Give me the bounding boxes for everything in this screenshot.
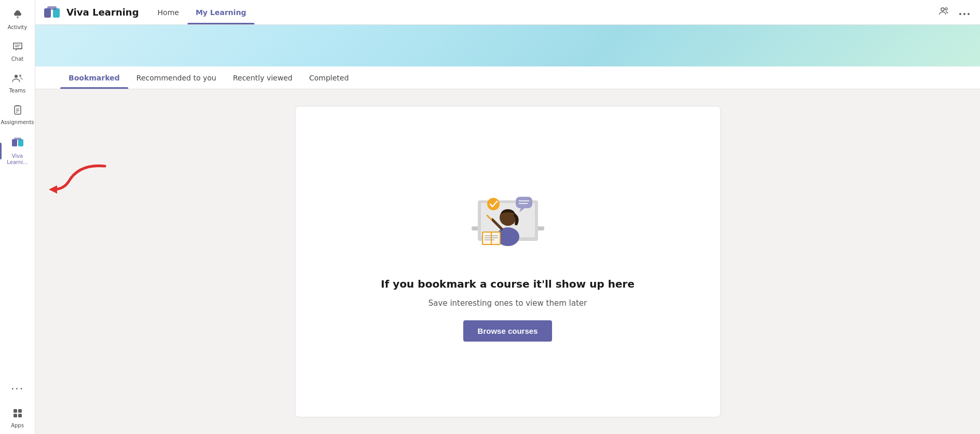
sidebar-more-button[interactable]: ··· [0,375,35,402]
app-title: Viva Learning [66,7,139,18]
sidebar-item-teams-label: Teams [9,88,26,94]
subtab-bookmarked[interactable]: Bookmarked [60,66,128,89]
subtab-recommended[interactable]: Recommended to you [128,66,225,89]
svg-rect-39 [516,197,532,208]
main-area: Viva Learning Home My Learning [35,0,980,434]
bookmark-empty-subtitle: Save interesting ones to view them later [428,299,587,308]
svg-rect-12 [14,138,21,140]
svg-rect-14 [18,409,22,413]
sidebar-item-teams[interactable]: Teams [0,67,35,99]
sidebar-item-apps-label: Apps [11,423,24,429]
svg-rect-16 [18,414,22,417]
activity-icon [12,9,23,22]
subtab-recently-viewed[interactable]: Recently viewed [224,66,301,89]
svg-rect-13 [14,409,17,413]
bookmark-empty-title: If you bookmark a course it'll show up h… [381,278,635,290]
svg-point-24 [968,13,970,15]
svg-rect-1 [17,18,18,19]
svg-rect-11 [18,139,23,146]
svg-rect-10 [12,139,17,146]
teams-icon [11,73,24,86]
banner [35,25,980,66]
apps-icon [12,408,23,421]
content-area: Bookmarked Recommended to you Recently v… [35,25,980,434]
sidebar: Activity Chat Teams [0,0,35,434]
content-body: If you bookmark a course it'll show up h… [35,89,980,434]
sidebar-item-viva-learning[interactable]: Viva Learni... [0,131,35,171]
more-button[interactable] [957,5,972,20]
svg-point-4 [15,75,18,78]
svg-point-20 [941,8,944,11]
more-dots-icon: ··· [11,383,24,395]
browse-courses-button[interactable]: Browse courses [463,320,553,342]
sidebar-item-chat-label: Chat [11,56,23,62]
subtab-completed[interactable]: Completed [301,66,357,89]
sidebar-item-assignments-label: Assignments [1,119,34,126]
empty-state-illustration [456,182,560,265]
viva-learning-icon [11,136,24,151]
sidebar-item-chat[interactable]: Chat [0,36,35,67]
top-bar-actions [936,4,972,21]
sidebar-item-apps[interactable]: Apps [0,402,35,434]
sidebar-item-activity-label: Activity [8,24,27,31]
sub-tabs-bar: Bookmarked Recommended to you Recently v… [35,66,980,89]
top-bar: Viva Learning Home My Learning [35,0,980,25]
top-nav: Home My Learning [149,0,254,24]
svg-point-38 [487,198,500,210]
sidebar-item-viva-learning-label: Viva Learni... [2,153,33,166]
svg-point-22 [959,13,961,15]
svg-rect-19 [47,6,57,10]
sidebar-item-assignments[interactable]: Assignments [0,99,35,131]
svg-point-21 [945,8,947,10]
svg-rect-15 [14,414,17,417]
nav-tab-home[interactable]: Home [149,0,187,24]
svg-point-23 [963,13,965,15]
svg-rect-0 [17,17,19,18]
svg-point-5 [19,75,21,77]
people-button[interactable] [936,4,951,21]
app-logo-icon [44,4,60,21]
nav-tab-my-learning[interactable]: My Learning [187,0,254,24]
svg-rect-6 [15,106,21,114]
assignments-icon [12,104,23,117]
bookmark-empty-state-card: If you bookmark a course it'll show up h… [295,106,721,417]
chat-icon [12,41,23,54]
sidebar-item-activity[interactable]: Activity [0,4,35,36]
